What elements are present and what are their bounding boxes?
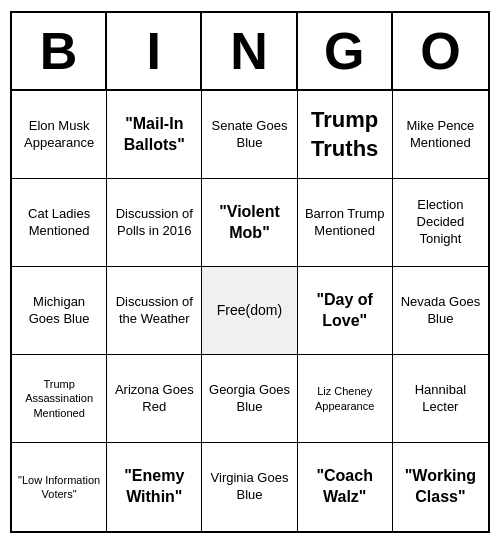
bingo-cell-19: Hannibal Lecter — [393, 355, 488, 443]
bingo-cell-17: Georgia Goes Blue — [202, 355, 297, 443]
bingo-cell-18: Liz Cheney Appearance — [298, 355, 393, 443]
bingo-cell-2: Senate Goes Blue — [202, 91, 297, 179]
bingo-letter-o: O — [393, 13, 488, 89]
bingo-cell-8: Barron Trump Mentioned — [298, 179, 393, 267]
bingo-letter-b: B — [12, 13, 107, 89]
bingo-card: BINGO Elon Musk Appearance"Mail-In Ballo… — [10, 11, 490, 533]
bingo-cell-7: "Violent Mob" — [202, 179, 297, 267]
bingo-cell-15: Trump Assassination Mentioned — [12, 355, 107, 443]
bingo-cell-23: "Coach Walz" — [298, 443, 393, 531]
bingo-cell-14: Nevada Goes Blue — [393, 267, 488, 355]
bingo-letter-g: G — [298, 13, 393, 89]
bingo-cell-4: Mike Pence Mentioned — [393, 91, 488, 179]
bingo-letter-i: I — [107, 13, 202, 89]
bingo-letter-n: N — [202, 13, 297, 89]
bingo-cell-6: Discussion of Polls in 2016 — [107, 179, 202, 267]
bingo-cell-5: Cat Ladies Mentioned — [12, 179, 107, 267]
bingo-cell-21: "Enemy Within" — [107, 443, 202, 531]
bingo-cell-0: Elon Musk Appearance — [12, 91, 107, 179]
bingo-cell-9: Election Decided Tonight — [393, 179, 488, 267]
bingo-grid: Elon Musk Appearance"Mail-In Ballots"Sen… — [12, 91, 488, 531]
bingo-cell-12: Free(dom) — [202, 267, 297, 355]
bingo-cell-24: "Working Class" — [393, 443, 488, 531]
bingo-cell-10: Michigan Goes Blue — [12, 267, 107, 355]
bingo-cell-13: "Day of Love" — [298, 267, 393, 355]
bingo-cell-1: "Mail-In Ballots" — [107, 91, 202, 179]
bingo-cell-3: Trump Truths — [298, 91, 393, 179]
bingo-cell-22: Virginia Goes Blue — [202, 443, 297, 531]
bingo-cell-20: "Low Information Voters" — [12, 443, 107, 531]
bingo-cell-16: Arizona Goes Red — [107, 355, 202, 443]
bingo-cell-11: Discussion of the Weather — [107, 267, 202, 355]
bingo-header: BINGO — [12, 13, 488, 91]
